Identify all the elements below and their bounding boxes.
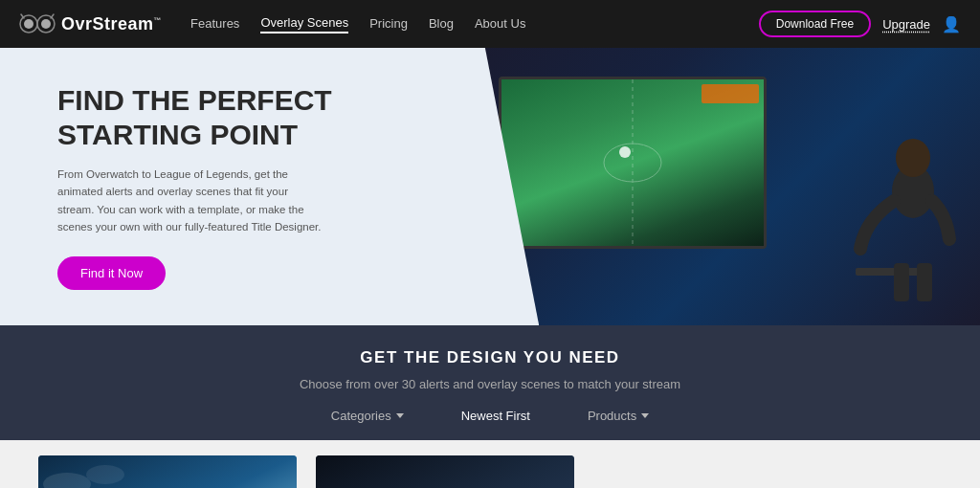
hero-section: FIND THE PERFECT STARTING POINT From Ove… (0, 48, 980, 325)
monitor-screen (501, 79, 764, 246)
products-filter[interactable]: Products (588, 409, 649, 423)
nav-about-us[interactable]: About Us (475, 16, 525, 33)
card-1-background (38, 455, 297, 488)
logo[interactable]: OvrStream™ (19, 12, 162, 35)
svg-rect-11 (894, 263, 909, 301)
navbar: OvrStream™ Features Overlay Scenes Prici… (0, 0, 980, 48)
svg-point-3 (41, 19, 51, 29)
logo-text: OvrStream™ (61, 14, 162, 34)
card-2[interactable]: NEW FOLLOWER TWITCH_USER (316, 455, 574, 488)
person-silhouette (798, 115, 970, 325)
newest-first-filter[interactable]: Newest First (461, 409, 530, 423)
design-filters: Categories Newest First Products (0, 409, 980, 423)
svg-rect-16 (316, 455, 574, 488)
find-it-now-button[interactable]: Find it Now (57, 256, 166, 290)
svg-point-15 (86, 465, 124, 484)
svg-point-1 (24, 19, 33, 29)
monitor-simulation (499, 77, 767, 249)
hero-subtext: From Overwatch to League of Legends, get… (57, 166, 325, 236)
categories-chevron-icon (396, 413, 404, 418)
svg-rect-12 (917, 263, 932, 301)
hero-left-panel: FIND THE PERFECT STARTING POINT From Ove… (0, 48, 539, 325)
nav-links: Features Overlay Scenes Pricing Blog Abo… (190, 15, 759, 33)
download-free-button[interactable]: Download Free (759, 11, 871, 37)
nav-pricing[interactable]: Pricing (369, 16, 408, 33)
nav-features[interactable]: Features (190, 16, 239, 33)
user-icon[interactable]: 👤 (942, 15, 961, 33)
card-2-background (316, 455, 574, 488)
nav-overlay-scenes[interactable]: Overlay Scenes (260, 15, 348, 33)
design-subtitle: Choose from over 30 alerts and overlay s… (0, 377, 980, 391)
products-chevron-icon (641, 413, 649, 418)
nav-blog[interactable]: Blog (429, 16, 454, 33)
hero-headline: FIND THE PERFECT STARTING POINT (57, 83, 501, 152)
svg-point-10 (896, 139, 930, 177)
categories-filter[interactable]: Categories (331, 409, 404, 423)
upgrade-button[interactable]: Upgrade (882, 17, 930, 32)
design-section: GET THE DESIGN YOU NEED Choose from over… (0, 325, 980, 440)
design-title: GET THE DESIGN YOU NEED (0, 348, 980, 367)
nav-actions: Download Free Upgrade 👤 (759, 11, 961, 37)
card-1[interactable]: DEFEND THE POD Donation twitch_user (38, 455, 297, 488)
logo-icon (19, 12, 56, 35)
cards-section: DEFEND THE POD Donation twitch_user NEW … (0, 440, 980, 488)
